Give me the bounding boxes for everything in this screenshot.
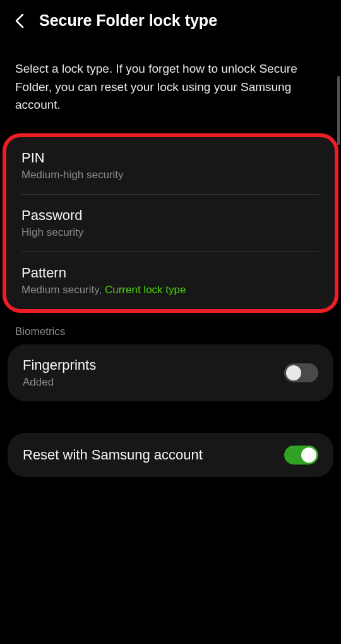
lock-type-pin-title: PIN [21, 150, 320, 166]
biometrics-card: Fingerprints Added [8, 344, 333, 401]
spacer [0, 401, 341, 433]
lock-type-group-highlight: PIN Medium-high security Password High s… [3, 133, 338, 313]
reset-toggle[interactable] [284, 446, 318, 465]
reset-card: Reset with Samsung account [8, 433, 333, 477]
lock-type-password-subtitle: High security [21, 226, 320, 239]
reset-row[interactable]: Reset with Samsung account [8, 433, 333, 477]
lock-type-pattern-title: Pattern [21, 265, 320, 281]
page-title: Secure Folder lock type [39, 11, 217, 30]
biometrics-section-label: Biometrics [0, 313, 341, 344]
pattern-security-level: Medium security, [21, 284, 105, 296]
reset-title: Reset with Samsung account [23, 447, 203, 463]
lock-type-password-title: Password [21, 207, 320, 224]
fingerprints-toggle[interactable] [284, 363, 318, 382]
description-text: Select a lock type. If you forget how to… [0, 45, 341, 133]
lock-type-pin-subtitle: Medium-high security [21, 169, 320, 181]
lock-type-pattern[interactable]: Pattern Medium security, Current lock ty… [6, 252, 335, 309]
back-icon[interactable] [13, 14, 27, 28]
lock-type-pin[interactable]: PIN Medium-high security [6, 137, 335, 194]
scroll-indicator[interactable] [337, 76, 340, 145]
toggle-knob [286, 365, 301, 380]
header: Secure Folder lock type [0, 0, 341, 45]
current-lock-label: Current lock type [105, 284, 186, 296]
fingerprints-title: Fingerprints [23, 357, 96, 374]
toggle-knob [301, 447, 316, 463]
reset-text: Reset with Samsung account [23, 447, 203, 463]
lock-type-pattern-subtitle: Medium security, Current lock type [21, 284, 320, 296]
fingerprints-text: Fingerprints Added [23, 357, 96, 389]
fingerprints-row[interactable]: Fingerprints Added [8, 344, 333, 401]
lock-type-password[interactable]: Password High security [6, 195, 335, 252]
fingerprints-subtitle: Added [23, 376, 96, 389]
